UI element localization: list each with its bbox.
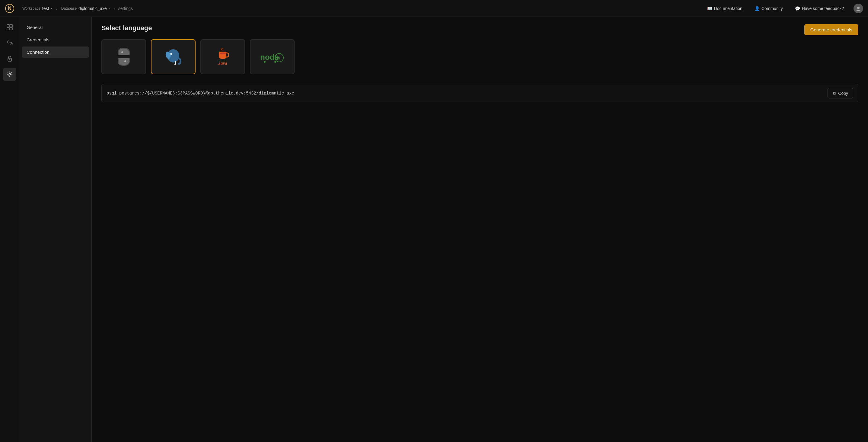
svg-rect-5 [7,27,9,30]
settings-sidebar: General Credentials Connection [19,17,92,442]
svg-text:js: js [277,56,280,60]
content-area: Generate credentials Select language [92,17,868,442]
current-page-label: settings [116,5,135,12]
section-title: Select language [101,24,858,32]
icon-sidebar [0,17,19,442]
doc-label: Documentation [714,6,742,11]
svg-point-23 [124,60,126,62]
svg-rect-3 [7,25,9,27]
svg-point-32 [264,61,266,63]
feedback-link[interactable]: 💬 Have some feedback? [793,5,846,12]
documentation-link[interactable]: 📖 Documentation [705,5,745,12]
nav-credentials[interactable]: Credentials [22,34,89,45]
workspace-chevron-icon: ▾ [51,7,52,10]
svg-line-19 [11,76,12,77]
connection-string-text: psql postgres://${USERNAME}:${PASSWORD}@… [106,91,824,96]
workspace-breadcrumb[interactable]: Workspace test ▾ [19,5,55,12]
topbar-actions: 📖 Documentation 👤 Community 💬 Have some … [705,4,863,13]
language-card-python[interactable] [101,39,146,74]
sidebar-lock-icon[interactable] [3,52,16,65]
svg-line-18 [7,72,8,73]
workspace-label: Workspace [22,6,40,10]
user-avatar[interactable] [854,4,863,13]
main-layout: General Credentials Connection Generate … [0,17,868,442]
sidebar-tables-icon[interactable] [3,21,16,34]
copy-icon: ⧉ [833,91,836,96]
database-name: diplomatic_axe [79,6,106,11]
svg-line-20 [11,72,12,73]
breadcrumb-sep-1: › [56,6,57,11]
nav-general[interactable]: General [22,22,89,33]
svg-point-33 [274,61,276,63]
svg-rect-6 [10,27,12,30]
sidebar-settings-icon[interactable] [3,68,16,81]
copy-button[interactable]: ⧉ Copy [828,88,853,98]
community-icon: 👤 [754,6,760,11]
generate-credentials-button[interactable]: Generate credentials [804,24,858,35]
language-card-nodejs[interactable]: node js [250,39,294,74]
nav-connection[interactable]: Connection [22,47,89,58]
svg-point-28 [220,53,226,54]
doc-icon: 📖 [707,6,712,11]
svg-rect-4 [10,25,12,27]
language-grid: Java node js [101,39,858,74]
breadcrumb: Workspace test ▾ › Database diplomatic_a… [19,5,135,12]
community-link[interactable]: 👤 Community [752,5,785,12]
topbar: N Workspace test ▾ › Database diplomatic… [0,0,868,17]
feedback-icon: 💬 [795,6,800,11]
svg-point-26 [171,54,172,55]
app-logo[interactable]: N [5,4,14,13]
svg-text:N: N [8,6,11,11]
language-card-postgresql[interactable] [151,39,195,74]
sidebar-add-icon[interactable] [3,36,16,50]
svg-point-13 [9,73,10,75]
svg-point-22 [121,51,123,53]
svg-point-2 [857,7,860,9]
svg-point-7 [7,41,10,43]
copy-label: Copy [838,91,848,96]
breadcrumb-sep-2: › [114,6,115,11]
connection-string-row: psql postgres://${USERNAME}:${PASSWORD}@… [101,84,858,102]
community-label: Community [762,6,783,11]
svg-line-21 [7,76,8,77]
language-card-java[interactable]: Java [200,39,245,74]
database-chevron-icon: ▾ [108,7,110,10]
workspace-name: test [42,6,49,11]
database-breadcrumb[interactable]: Database diplomatic_axe ▾ [58,5,113,12]
svg-point-12 [9,59,10,60]
feedback-label: Have some feedback? [802,6,844,11]
database-label: Database [61,6,77,10]
